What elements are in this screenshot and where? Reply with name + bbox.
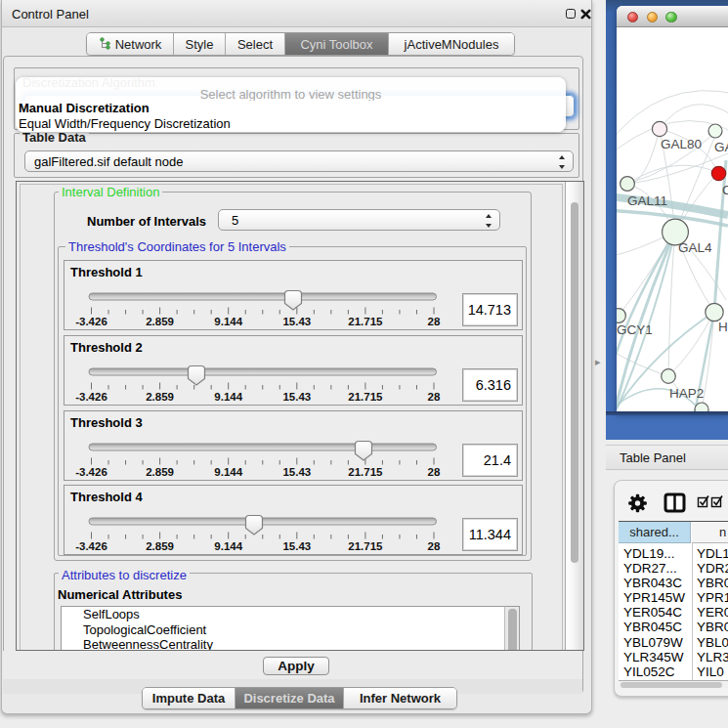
svg-text:15.43: 15.43 — [282, 391, 311, 403]
svg-text:GAL4: GAL4 — [678, 240, 712, 255]
svg-text:2.859: 2.859 — [146, 316, 174, 327]
svg-text:-3.426: -3.426 — [75, 316, 107, 327]
svg-text:21.715: 21.715 — [348, 391, 383, 403]
svg-text:28: 28 — [428, 391, 441, 403]
svg-text:GAL11: GAL11 — [627, 193, 667, 208]
svg-text:2.859: 2.859 — [146, 466, 174, 478]
svg-text:28: 28 — [428, 466, 441, 478]
svg-text:GAL80: GAL80 — [661, 137, 702, 151]
svg-text:GA: GA — [714, 140, 728, 154]
svg-text:GCY1: GCY1 — [617, 322, 653, 337]
svg-text:21.715: 21.715 — [348, 540, 383, 552]
svg-text:9.144: 9.144 — [214, 391, 242, 403]
svg-text:-3.426: -3.426 — [75, 466, 107, 478]
svg-text:15.43: 15.43 — [282, 540, 311, 552]
svg-text:15.43: 15.43 — [282, 466, 311, 478]
svg-text:2.859: 2.859 — [146, 540, 174, 552]
svg-text:15.43: 15.43 — [282, 316, 311, 327]
svg-text:21.715: 21.715 — [348, 316, 383, 327]
svg-text:H: H — [718, 320, 728, 334]
svg-text:9.144: 9.144 — [214, 316, 242, 327]
svg-text:-3.426: -3.426 — [75, 391, 107, 403]
svg-text:HAP2: HAP2 — [669, 386, 704, 401]
svg-text:C: C — [722, 183, 728, 197]
svg-text:28: 28 — [428, 540, 441, 552]
svg-text:9.144: 9.144 — [214, 466, 242, 478]
svg-text:-3.426: -3.426 — [75, 540, 107, 552]
svg-text:21.715: 21.715 — [348, 466, 383, 478]
svg-text:9.144: 9.144 — [214, 540, 242, 552]
svg-text:2.859: 2.859 — [146, 391, 174, 403]
svg-text:28: 28 — [428, 316, 441, 327]
